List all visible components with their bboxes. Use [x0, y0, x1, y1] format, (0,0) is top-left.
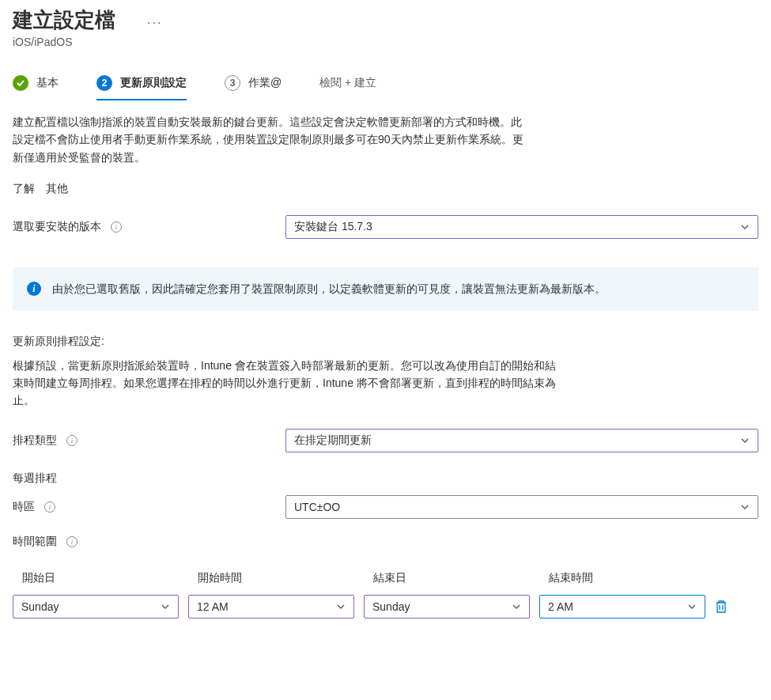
- step-review-create[interactable]: 檢閱 + 建立: [319, 76, 376, 90]
- chevron-down-icon: [336, 602, 346, 611]
- step-update-policy[interactable]: 2 更新原則設定: [96, 75, 187, 100]
- timezone-label: 時區: [13, 500, 35, 514]
- delete-icon[interactable]: [715, 600, 728, 614]
- info-icon[interactable]: i: [66, 536, 77, 547]
- chevron-down-icon: [740, 436, 750, 445]
- time-table-row: Sunday 12 AM Sunday 2 AM: [13, 595, 758, 619]
- page-subtitle: iOS/iPadOS: [13, 36, 758, 48]
- version-row: 選取要安裝的版本 i 安裝鍵台 15.7.3: [13, 215, 758, 239]
- info-icon[interactable]: i: [66, 435, 77, 446]
- schedule-title: 更新原則排程設定:: [13, 335, 758, 349]
- chevron-down-icon: [687, 602, 697, 611]
- schedule-description: 根據預設，當更新原則指派給裝置時，Intune 會在裝置簽入時部署最新的更新。您…: [13, 357, 566, 410]
- version-select[interactable]: 安裝鍵台 15.7.3: [285, 215, 758, 239]
- col-end-day: 結束日: [373, 571, 549, 585]
- chevron-down-icon: [161, 602, 170, 611]
- time-range-label: 時間範圍: [13, 535, 57, 549]
- more-icon[interactable]: ···: [147, 16, 162, 30]
- chevron-down-icon: [512, 602, 521, 611]
- time-table-header: 開始日 開始時間 結束日 結束時間: [13, 571, 758, 585]
- learn-link[interactable]: 了解: [13, 182, 35, 195]
- step-assignments[interactable]: 3 作業@: [225, 75, 282, 91]
- info-text: 由於您已選取舊版，因此請確定您套用了裝置限制原則，以定義軟體更新的可見度，讓裝置…: [52, 280, 606, 297]
- info-icon[interactable]: i: [111, 221, 122, 233]
- schedule-type-value: 在排定期間更新: [294, 433, 372, 448]
- step-number-icon: 3: [225, 75, 240, 91]
- version-label: 選取要安裝的版本: [13, 220, 101, 234]
- end-day-value: Sunday: [372, 600, 410, 613]
- weekly-schedule-title: 每週排程: [13, 471, 758, 486]
- page-title: 建立設定檔: [13, 6, 115, 34]
- other-link[interactable]: 其他: [46, 182, 68, 195]
- timezone-select[interactable]: UTC±OO: [285, 495, 758, 519]
- step-label: 作業@: [248, 76, 282, 90]
- time-range-row: 時間範圍 i: [13, 535, 758, 549]
- info-callout: i 由於您已選取舊版，因此請確定您套用了裝置限制原則，以定義軟體更新的可見度，讓…: [13, 267, 758, 310]
- schedule-type-row: 排程類型 i 在排定期間更新: [13, 429, 758, 452]
- step-label: 更新原則設定: [120, 76, 187, 90]
- step-label: 檢閱 + 建立: [319, 76, 376, 90]
- col-start-time: 開始時間: [198, 571, 373, 585]
- policy-description: 建立配置檔以強制指派的裝置自動安裝最新的鍵台更新。這些設定會決定軟體更新部署的方…: [13, 113, 527, 166]
- step-number-icon: 2: [96, 75, 112, 91]
- schedule-type-label: 排程類型: [13, 433, 57, 448]
- wizard-steps: 基本 2 更新原則設定 3 作業@ 檢閱 + 建立: [13, 75, 758, 91]
- end-time-value: 2 AM: [548, 600, 573, 613]
- info-icon: i: [27, 282, 41, 296]
- schedule-type-select[interactable]: 在排定期間更新: [285, 429, 758, 452]
- start-day-value: Sunday: [21, 600, 59, 613]
- start-time-select[interactable]: 12 AM: [188, 595, 354, 619]
- chevron-down-icon: [740, 502, 750, 512]
- timezone-row: 時區 i UTC±OO: [13, 495, 758, 519]
- col-start-day: 開始日: [22, 571, 198, 585]
- end-day-select[interactable]: Sunday: [364, 595, 530, 619]
- info-icon[interactable]: i: [44, 501, 55, 513]
- step-basics[interactable]: 基本: [13, 75, 59, 91]
- start-day-select[interactable]: Sunday: [13, 595, 179, 619]
- checkmark-icon: [13, 75, 28, 91]
- end-time-select[interactable]: 2 AM: [539, 595, 705, 619]
- start-time-value: 12 AM: [197, 600, 229, 613]
- col-end-time: 結束時間: [549, 571, 724, 585]
- learn-more: 了解 其他: [13, 182, 758, 196]
- timezone-value: UTC±OO: [294, 501, 340, 513]
- step-label: 基本: [36, 76, 59, 90]
- page-header: 建立設定檔 ··· iOS/iPadOS: [13, 6, 758, 48]
- version-value: 安裝鍵台 15.7.3: [294, 220, 372, 234]
- chevron-down-icon: [740, 222, 750, 232]
